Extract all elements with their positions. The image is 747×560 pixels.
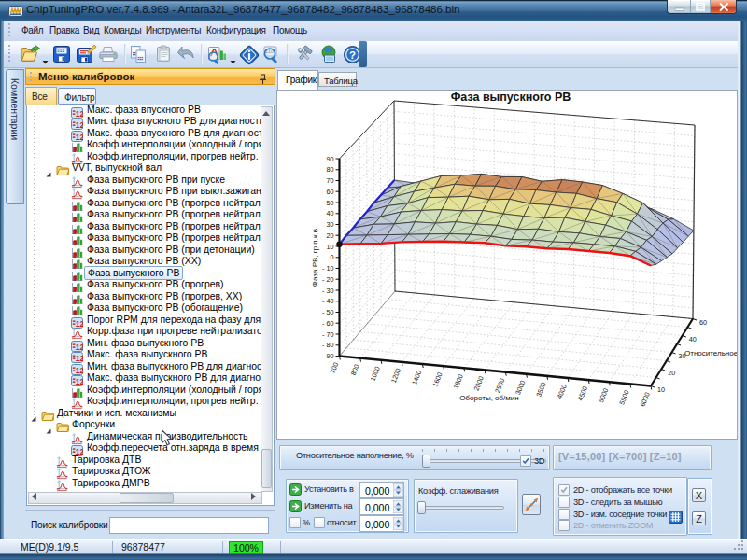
svg-text:2000: 2000 [472,375,486,392]
svg-text:40: 40 [689,335,697,343]
svg-text:Относительное наполнение, %: Относительное наполнение, % [684,349,737,357]
svg-text:800: 800 [349,363,361,376]
svg-text:70: 70 [327,176,334,185]
svg-text:30: 30 [327,220,334,229]
svg-text:- 80: - 80 [322,341,333,349]
svg-text:4000: 4000 [556,383,569,399]
svg-text:80: 80 [327,165,334,174]
svg-text:5500: 5500 [617,389,630,406]
svg-text:6000: 6000 [639,391,652,408]
svg-text:1000: 1000 [369,365,382,382]
svg-text:3500: 3500 [534,381,547,398]
svg-text:90: 90 [327,155,334,163]
svg-text:- 90: - 90 [322,352,333,360]
svg-text:10: 10 [657,385,665,394]
svg-text:0: 0 [331,253,334,261]
svg-text:- 50: - 50 [322,308,333,316]
svg-text:10: 10 [327,243,334,251]
svg-text:5000: 5000 [597,387,610,404]
svg-text:1600: 1600 [430,371,444,388]
svg-text:?: ? [349,49,356,61]
svg-text:Обороты, об/мин: Обороты, об/мин [459,394,518,402]
svg-text:- 40: - 40 [322,297,333,305]
svg-text:- 60: - 60 [322,319,333,328]
svg-text:1400: 1400 [410,369,423,385]
svg-text:60: 60 [699,318,707,327]
svg-text:2500: 2500 [493,377,506,394]
svg-text:Фаза выпускного РВ: Фаза выпускного РВ [451,91,571,104]
svg-text:- 20: - 20 [322,275,333,284]
svg-text:700: 700 [329,361,341,374]
svg-text:Фаза РВ, гр.п.к.в.: Фаза РВ, гр.п.к.в. [311,227,319,287]
svg-text:50: 50 [327,199,334,207]
svg-text:20: 20 [327,231,334,240]
svg-text:60: 60 [327,188,334,196]
svg-text:- 10: - 10 [322,264,333,273]
svg-text:1200: 1200 [389,367,402,384]
svg-text:- 30: - 30 [322,287,333,295]
svg-text:20: 20 [668,369,675,377]
svg-text:- 70: - 70 [322,330,333,339]
svg-text:1800: 1800 [451,373,464,390]
svg-text:40: 40 [327,209,334,217]
svg-text:4500: 4500 [576,385,589,401]
